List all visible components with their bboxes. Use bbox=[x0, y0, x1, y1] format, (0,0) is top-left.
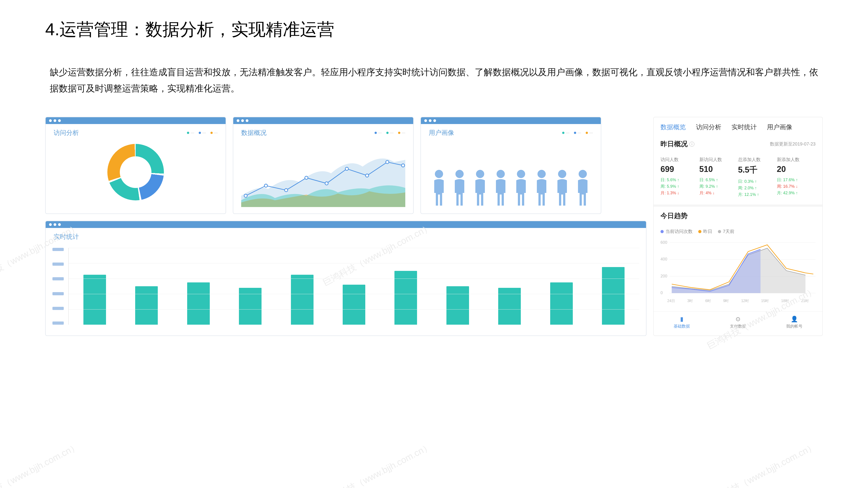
tab-overview[interactable]: 数据概览 bbox=[660, 123, 686, 131]
panel-title: 访问分析 bbox=[54, 129, 79, 137]
svg-point-14 bbox=[537, 170, 546, 178]
panel-header bbox=[46, 117, 225, 124]
stat-month: 月: 12.1% ↑ bbox=[738, 191, 777, 198]
nav-item[interactable]: ▮基础数据 bbox=[654, 312, 710, 333]
svg-point-8 bbox=[401, 164, 405, 167]
page-title: 4.运营管理：数据分析，实现精准运营 bbox=[45, 18, 823, 41]
stat-day: 日: 5.6% ↑ bbox=[660, 177, 700, 183]
trend-x-ticks: 24日3时6时9时12时15时18时21时 bbox=[660, 299, 815, 303]
svg-point-1 bbox=[264, 184, 268, 187]
x-tick: 18时 bbox=[781, 299, 789, 303]
stat-month: 月: 4% ↓ bbox=[700, 190, 738, 196]
svg-point-7 bbox=[385, 160, 389, 164]
area-chart bbox=[241, 144, 405, 207]
info-icon[interactable]: i bbox=[689, 142, 694, 147]
donut-chart bbox=[107, 144, 164, 200]
nav-icon: 👤 bbox=[766, 316, 822, 323]
x-tick: 12时 bbox=[741, 299, 749, 303]
page-description: 缺少运营数据分析，往往造成盲目运营和投放，无法精准触发客户。轻应用小程序支持实时… bbox=[45, 64, 823, 96]
bar-chart bbox=[68, 248, 639, 325]
svg-text:600: 600 bbox=[660, 240, 667, 245]
nav-label: 支付数据 bbox=[730, 324, 746, 328]
stat-week: 周: 2.0% ↑ bbox=[738, 185, 777, 191]
stat-label: 新添加人数 bbox=[777, 157, 816, 163]
x-tick: 9时 bbox=[723, 299, 729, 303]
y-axis bbox=[53, 248, 64, 325]
phone-panel: 数据概览 访问分析 实时统计 用户画像 昨日概况 i 数据更新至2019-07-… bbox=[653, 117, 823, 336]
watermark: 巨鸿科技（www.bjjh.com.cn） bbox=[321, 440, 434, 488]
stat-item: 总添加人数 5.5千 日: 0.3% ↑ 周: 2.0% ↑ 月: 12.1% … bbox=[738, 156, 777, 199]
svg-text:0: 0 bbox=[660, 291, 663, 295]
nav-label: 我的帐号 bbox=[786, 324, 802, 328]
panel-visit-analysis: 访问分析 — — — bbox=[45, 117, 226, 214]
stat-value: 20 bbox=[777, 164, 816, 174]
stat-week: 周: 5.9% ↑ bbox=[660, 183, 700, 190]
nav-item[interactable]: ⊙支付数据 bbox=[710, 312, 766, 333]
tab-visit[interactable]: 访问分析 bbox=[696, 123, 721, 131]
x-tick: 3时 bbox=[687, 299, 693, 303]
trend-chart: 600 400 200 0 bbox=[660, 239, 815, 298]
svg-point-2 bbox=[285, 189, 288, 192]
stat-week: 周: 16.7% ↓ bbox=[777, 183, 816, 190]
panel-data-overview: 数据概况 — — — bbox=[233, 117, 414, 214]
nav-icon: ⊙ bbox=[710, 316, 766, 323]
stat-day: 日: 17.6% ↑ bbox=[777, 177, 816, 183]
legend: — — — bbox=[187, 131, 218, 135]
stat-item: 新添加人数 20 日: 17.6% ↑ 周: 16.7% ↓ 月: 42.9% … bbox=[777, 156, 816, 199]
people-icons bbox=[429, 144, 593, 207]
tab-realtime[interactable]: 实时统计 bbox=[732, 123, 757, 131]
update-text: 数据更新至2019-07-23 bbox=[770, 141, 815, 147]
legend-item: 7天前 bbox=[718, 228, 735, 234]
svg-text:200: 200 bbox=[660, 274, 667, 278]
svg-text:400: 400 bbox=[660, 257, 667, 262]
panel-realtime-stats: 实时统计 bbox=[45, 221, 647, 336]
stat-week: 周: 9.2% ↑ bbox=[700, 183, 738, 190]
panel-title: 实时统计 bbox=[54, 232, 79, 241]
svg-point-9 bbox=[435, 170, 443, 178]
stat-value: 510 bbox=[700, 164, 738, 174]
tabs: 数据概览 访问分析 实时统计 用户画像 bbox=[654, 117, 822, 135]
svg-point-13 bbox=[517, 170, 525, 178]
stat-value: 5.5千 bbox=[738, 164, 777, 175]
bottom-nav: ▮基础数据⊙支付数据👤我的帐号 bbox=[654, 311, 822, 333]
stat-value: 699 bbox=[660, 164, 700, 174]
stats-grid: 访问人数 699 日: 5.6% ↑ 周: 5.9% ↑ 月: 1.3% ↓新访… bbox=[654, 153, 822, 204]
svg-point-11 bbox=[476, 170, 484, 178]
x-tick: 6时 bbox=[705, 299, 711, 303]
dashboard: 访问分析 — — — 数据概况 — — bbox=[45, 117, 823, 336]
panel-title: 数据概况 bbox=[241, 129, 267, 137]
watermark: 巨鸿科技（www.bjjh.com.cn） bbox=[705, 440, 818, 488]
stat-label: 总添加人数 bbox=[738, 157, 777, 163]
panel-user-portrait: 用户画像 — — — bbox=[421, 117, 601, 214]
svg-point-0 bbox=[244, 194, 247, 197]
svg-point-3 bbox=[305, 176, 308, 180]
watermark: 巨鸿科技（www.bjjh.com.cn） bbox=[0, 440, 81, 488]
nav-item[interactable]: 👤我的帐号 bbox=[766, 312, 822, 333]
trend-title: 今日趋势 bbox=[660, 211, 688, 221]
stat-month: 月: 42.9% ↑ bbox=[777, 190, 816, 196]
tab-portrait[interactable]: 用户画像 bbox=[767, 123, 792, 131]
panel-title: 用户画像 bbox=[429, 129, 454, 137]
stat-label: 新访问人数 bbox=[700, 157, 738, 163]
stat-day: 日: 0.3% ↑ bbox=[738, 178, 777, 185]
svg-point-6 bbox=[366, 174, 369, 177]
person-icon bbox=[431, 169, 447, 207]
svg-point-16 bbox=[579, 170, 587, 178]
nav-icon: ▮ bbox=[654, 316, 710, 323]
svg-point-5 bbox=[345, 167, 348, 170]
svg-point-10 bbox=[456, 170, 464, 178]
stat-day: 日: 6.5% ↑ bbox=[700, 177, 738, 183]
x-tick: 15时 bbox=[761, 299, 769, 303]
yesterday-title: 昨日概况 bbox=[660, 139, 688, 149]
stat-item: 访问人数 699 日: 5.6% ↑ 周: 5.9% ↑ 月: 1.3% ↓ bbox=[660, 156, 700, 199]
x-tick: 21时 bbox=[801, 299, 809, 303]
stat-month: 月: 1.3% ↓ bbox=[660, 190, 700, 196]
svg-point-15 bbox=[558, 170, 566, 178]
legend-item: 当前访问次数 bbox=[660, 228, 692, 234]
trend-legend: 当前访问次数昨日7天前 bbox=[654, 225, 822, 237]
x-tick: 24日 bbox=[667, 299, 675, 303]
nav-label: 基础数据 bbox=[674, 324, 690, 328]
stat-label: 访问人数 bbox=[660, 157, 700, 163]
svg-point-12 bbox=[496, 170, 504, 178]
stat-item: 新访问人数 510 日: 6.5% ↑ 周: 9.2% ↑ 月: 4% ↓ bbox=[700, 156, 738, 199]
